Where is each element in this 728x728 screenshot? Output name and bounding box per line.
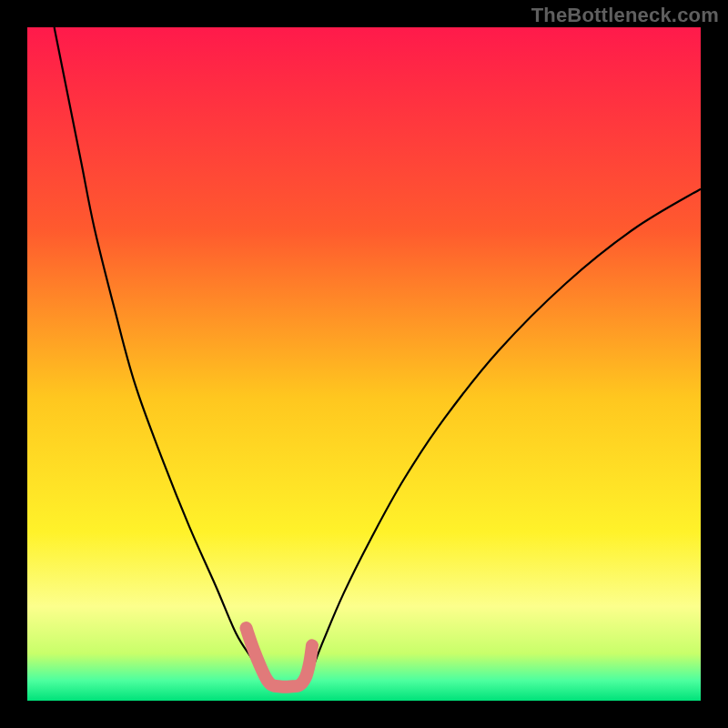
chart-frame: TheBottleneck.com — [0, 0, 728, 728]
plot-area — [27, 27, 701, 701]
attribution-label: TheBottleneck.com — [531, 4, 719, 27]
bottleneck-curve-chart — [27, 27, 701, 701]
